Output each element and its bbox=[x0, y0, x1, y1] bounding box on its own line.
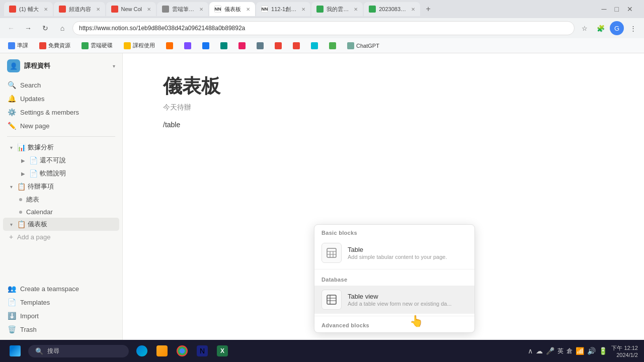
bookmark-g2[interactable] bbox=[325, 41, 340, 50]
tray-volume-icon[interactable]: 🔊 bbox=[587, 347, 596, 355]
tray-lang-icon[interactable]: 英 bbox=[557, 347, 564, 355]
bookmark-yt[interactable] bbox=[271, 41, 286, 50]
dot-summary-icon bbox=[19, 198, 22, 201]
bookmark-misc2[interactable] bbox=[234, 41, 250, 50]
popup-item-table-view[interactable]: Table view Add a table view form new or … bbox=[314, 286, 474, 314]
popup-item-table[interactable]: Table Add simple tabular content to your… bbox=[314, 239, 474, 267]
tree-item-add-page[interactable]: + Add a page bbox=[3, 231, 119, 243]
bookmark-zhunke[interactable]: 準課 bbox=[4, 41, 32, 50]
tray-input-icon[interactable]: 倉 bbox=[567, 347, 573, 355]
chevron-software-icon: ▶ bbox=[19, 171, 27, 176]
forward-button[interactable]: → bbox=[21, 21, 35, 35]
add-page-plus-icon: + bbox=[7, 233, 15, 241]
tray-battery-icon[interactable]: 🔋 bbox=[599, 347, 607, 355]
popup-tableview-text: Table view Add a table view form new or … bbox=[348, 293, 467, 307]
bookmark-xdown[interactable] bbox=[307, 41, 322, 50]
settings-icon: ⚙️ bbox=[7, 108, 16, 116]
tree-item-summary[interactable]: 總表 bbox=[3, 193, 119, 206]
tab-t3-close[interactable]: ✕ bbox=[147, 7, 151, 12]
taskbar-app-penguin[interactable]: N bbox=[193, 342, 211, 360]
sidebar-item-teamspace[interactable]: 👥 Create a teamspace bbox=[3, 282, 119, 295]
sidebar-item-settings[interactable]: ⚙️ Settings & members bbox=[3, 106, 119, 119]
tab-t5-close[interactable]: ✕ bbox=[246, 7, 250, 12]
sidebar-item-new-page[interactable]: ✏️ New page bbox=[3, 119, 119, 132]
workspace-header[interactable]: 👤 課程資料 ▾ bbox=[0, 53, 122, 76]
taskbar-app-chrome[interactable] bbox=[173, 342, 191, 360]
tree-item-calendar[interactable]: Calendar bbox=[3, 206, 119, 218]
taskbar-app-explorer[interactable] bbox=[153, 342, 171, 360]
close-button[interactable]: ✕ bbox=[624, 5, 636, 13]
bookmark-fb[interactable] bbox=[198, 41, 213, 50]
taskbar-app-edge[interactable] bbox=[133, 342, 151, 360]
taskbar-search-box[interactable]: 🔍 搜尋 bbox=[28, 345, 129, 357]
bookmark-free-resources-label: 免費資源 bbox=[48, 42, 70, 49]
tab-t7-close[interactable]: ✕ bbox=[354, 7, 358, 12]
tab-t5-label: 儀表板 bbox=[224, 6, 241, 13]
tray-clock[interactable]: 下午 12:12 2024/1/2 bbox=[611, 344, 638, 358]
new-tab-button[interactable]: + bbox=[421, 2, 435, 16]
taskbar-app-excel[interactable]: X bbox=[213, 342, 231, 360]
chevron-todo-icon: ▾ bbox=[7, 184, 15, 190]
bookmark-yt2[interactable] bbox=[289, 41, 304, 50]
bookmark-star-icon[interactable]: ☆ bbox=[578, 21, 592, 35]
tab-t5[interactable]: N 儀表板 ✕ bbox=[209, 2, 255, 16]
tab-t4-close[interactable]: ✕ bbox=[199, 7, 203, 12]
tab-t3[interactable]: New Col ✕ bbox=[106, 2, 156, 16]
bookmark-misc3[interactable] bbox=[253, 41, 268, 50]
tree-item-data-analysis[interactable]: ▾ 📊 數據分析 bbox=[3, 141, 119, 154]
bookmark-misc1[interactable] bbox=[216, 41, 231, 50]
reload-button[interactable]: ↻ bbox=[38, 21, 52, 35]
sidebar: 👤 課程資料 ▾ 🔍 Search 🔔 Updates ⚙️ Settings … bbox=[0, 53, 123, 340]
home-button[interactable]: ⌂ bbox=[55, 21, 69, 35]
tree-item-not-yet[interactable]: ▶ 📄 還不可說 bbox=[3, 154, 119, 167]
tray-cloud-icon[interactable]: ☁ bbox=[536, 347, 543, 355]
tab-t1-close[interactable]: ✕ bbox=[44, 7, 48, 12]
tab-t6-label: 112-1創… bbox=[271, 6, 296, 13]
back-button[interactable]: ← bbox=[4, 21, 18, 35]
maximize-button[interactable]: □ bbox=[612, 5, 622, 13]
sidebar-item-templates[interactable]: 📄 Templates bbox=[3, 296, 119, 309]
tray-mic-icon[interactable]: 🎤 bbox=[546, 347, 554, 355]
sidebar-teamspace-label: Create a teamspace bbox=[20, 285, 79, 293]
sidebar-new-page-label: New page bbox=[20, 122, 50, 130]
tab-t1[interactable]: (1) 輔大 ✕ bbox=[4, 2, 53, 16]
sidebar-item-updates[interactable]: 🔔 Updates bbox=[3, 92, 119, 105]
tab-t8-close[interactable]: ✕ bbox=[411, 7, 415, 12]
tab-t6-close[interactable]: ✕ bbox=[301, 7, 305, 12]
sidebar-item-import[interactable]: ⬇️ Import bbox=[3, 309, 119, 322]
sidebar-item-search[interactable]: 🔍 Search bbox=[3, 78, 119, 92]
bookmark-m[interactable] bbox=[180, 41, 195, 50]
tree-not-yet-label: 還不可說 bbox=[40, 156, 115, 165]
minimize-button[interactable]: ─ bbox=[599, 5, 610, 13]
tab-t2[interactable]: 頻道內容 ✕ bbox=[54, 2, 105, 16]
tree-item-dashboard[interactable]: ▾ 📋 儀表板 bbox=[3, 218, 119, 231]
more-options-icon[interactable]: ⋮ bbox=[626, 21, 640, 35]
tray-up-arrow-icon[interactable]: ∧ bbox=[528, 347, 533, 355]
address-input[interactable] bbox=[72, 21, 575, 35]
tab-t8[interactable]: 2023083… ✕ bbox=[364, 2, 420, 16]
bookmark-cloud[interactable]: 雲端硬碟 bbox=[77, 41, 117, 50]
search-icon: 🔍 bbox=[7, 81, 16, 89]
start-button[interactable] bbox=[6, 342, 24, 360]
tree-item-todo[interactable]: ▾ 📋 待辦事項 bbox=[3, 180, 119, 193]
bookmark-free-resources[interactable]: 免費資源 bbox=[35, 41, 74, 50]
sidebar-item-trash[interactable]: 🗑️ Trash bbox=[3, 323, 119, 336]
tab-t2-close[interactable]: ✕ bbox=[96, 7, 100, 12]
tab-t4[interactable]: 雲端筆… ✕ bbox=[157, 2, 208, 16]
extension-icon[interactable]: 🧩 bbox=[594, 21, 608, 35]
bookmark-chatgpt[interactable]: ChatGPT bbox=[343, 41, 383, 50]
tab-t7[interactable]: 我的雲… ✕ bbox=[311, 2, 363, 16]
tray-wifi-icon[interactable]: 📶 bbox=[576, 347, 584, 355]
popup-tableview-icon bbox=[321, 290, 342, 310]
bookmark-course[interactable]: 課程使用 bbox=[120, 41, 159, 50]
popup-menu: Basic blocks Table Add simple tabular co… bbox=[314, 224, 475, 333]
trash-icon: 🗑️ bbox=[7, 325, 16, 333]
file-explorer-icon bbox=[156, 345, 168, 356]
taskbar-search-icon: 🔍 bbox=[35, 347, 43, 355]
tree-item-software[interactable]: ▶ 📄 軟體說明 bbox=[3, 167, 119, 180]
popup-advanced-blocks[interactable]: Advanced blocks bbox=[314, 318, 474, 332]
profile-icon[interactable]: G bbox=[610, 21, 624, 35]
tree-calendar-label: Calendar bbox=[26, 208, 53, 216]
bookmark-n[interactable] bbox=[162, 41, 177, 50]
tab-t6[interactable]: N 112-1創… ✕ bbox=[256, 2, 310, 16]
